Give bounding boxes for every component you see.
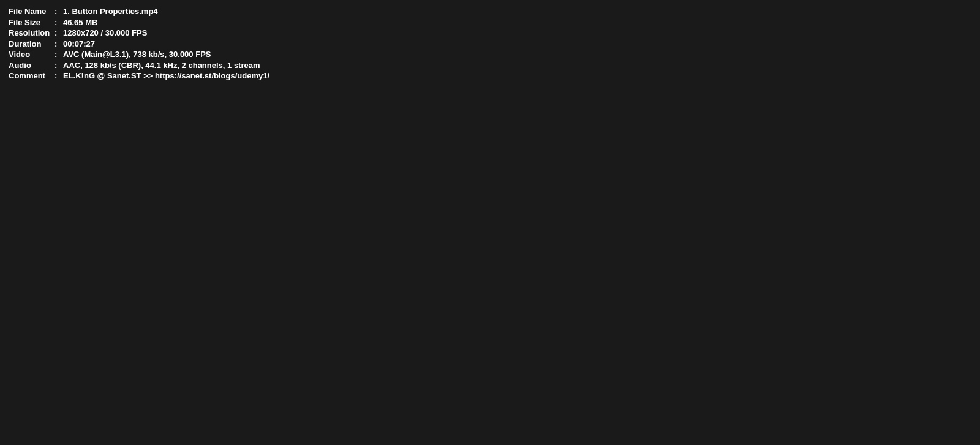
media-info: File Name:1. Button Properties.mp4 File … [0,0,980,88]
